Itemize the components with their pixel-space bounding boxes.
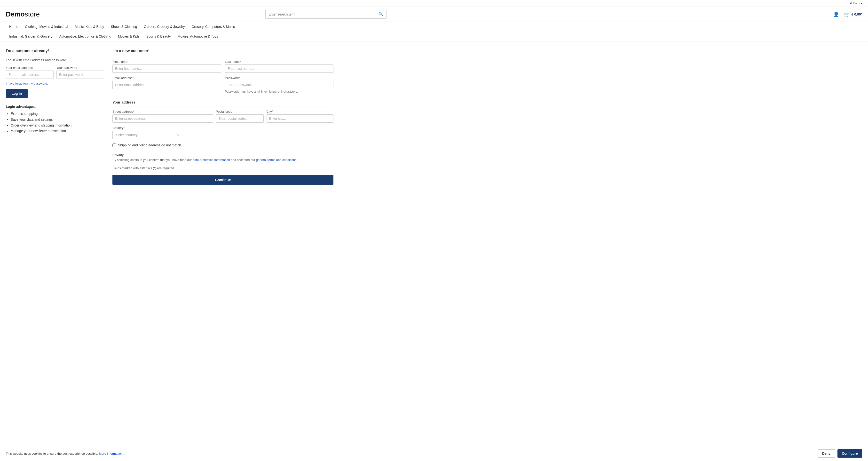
data-protection-link[interactable]: data protection information (193, 158, 230, 162)
logo-light: store (25, 10, 40, 18)
advantage-item: Express shopping (11, 111, 98, 117)
name-row: First name* Last name* (113, 60, 334, 73)
navigation: Home Clothing, Movies & Industrial Music… (0, 22, 868, 41)
reg-email-label: Email address* (113, 76, 221, 80)
postal-label: Postal code (216, 110, 264, 114)
logo-bold: Demo (6, 10, 25, 18)
user-icon[interactable]: 👤 (833, 11, 839, 17)
login-email-label: Your email address (6, 66, 54, 69)
advantage-item: Save your data and settings (11, 117, 98, 123)
advantages-list: Express shopping Save your data and sett… (6, 111, 98, 134)
last-name-label: Last name* (225, 60, 334, 63)
search-input[interactable] (266, 10, 376, 18)
privacy-text-2: and accepted our (230, 158, 256, 162)
currency-label: € Euro (850, 1, 860, 5)
advantages-title: Login advantages: (6, 105, 98, 109)
nav-item-clothing-movies[interactable]: Clothing, Movies & Industrial (22, 22, 71, 32)
top-bar: € Euro ▾ (0, 0, 868, 7)
advantage-item: Order overview and shipping information (11, 123, 98, 128)
street-input[interactable] (113, 114, 213, 123)
login-email-group: Your email address (6, 66, 54, 79)
login-password-group: Your password (57, 66, 104, 79)
nav-item-home[interactable]: Home (6, 22, 22, 32)
terms-conditions-link[interactable]: general terms and conditions. (256, 158, 298, 162)
login-section: I'm a customer already! Log in with emai… (6, 49, 98, 185)
login-title: I'm a customer already! (6, 49, 98, 55)
city-input[interactable] (267, 114, 334, 123)
continue-button[interactable]: Continue (113, 175, 334, 185)
shipping-billing-label: Shipping and billing address do not matc… (118, 143, 182, 147)
country-label: Country* (113, 126, 334, 130)
reg-password-label: Password* (225, 76, 334, 80)
nav-row-1: Home Clothing, Movies & Industrial Music… (6, 22, 862, 32)
logo[interactable]: Demostore (6, 10, 40, 18)
shipping-billing-row: Shipping and billing address do not matc… (113, 143, 334, 147)
nav-item-sports-beauty[interactable]: Sports & Beauty (143, 32, 174, 41)
currency-arrow-icon: ▾ (861, 1, 862, 5)
email-password-row: Email address* Password* Passwords must … (113, 76, 334, 93)
street-label: Street address* (113, 110, 213, 114)
search-bar: 🔍 (265, 10, 386, 19)
header-actions: 👤 🛒 € 0,00* (833, 11, 862, 17)
login-password-label: Your password (57, 66, 104, 69)
reg-password-group: Password* Passwords must have a minimum … (225, 76, 334, 93)
reg-email-group: Email address* (113, 76, 221, 93)
last-name-input[interactable] (225, 64, 334, 73)
login-email-input[interactable] (6, 70, 54, 79)
login-form-row: Your email address Your password (6, 66, 98, 79)
address-row: Street address* Postal code City* (113, 110, 334, 123)
cart-icon: 🛒 (844, 11, 850, 17)
nav-item-garden-grocery[interactable]: Garden, Grocery & Jewelry (141, 22, 188, 32)
city-label: City* (267, 110, 334, 114)
nav-item-movies-automotive[interactable]: Movies, Automotive & Toys (174, 32, 221, 41)
last-name-group: Last name* (225, 60, 334, 73)
nav-item-grocery-computers[interactable]: Grocery, Computers & Music (188, 22, 238, 32)
header: Demostore 🔍 👤 🛒 € 0,00* (0, 7, 868, 22)
privacy-text-1: By selecting continue you confirm that y… (113, 158, 193, 162)
nav-item-music-kids[interactable]: Music, Kids & Baby (71, 22, 107, 32)
cart-value: € 0,00* (851, 12, 862, 16)
postal-group: Postal code (216, 110, 264, 123)
shipping-billing-checkbox[interactable] (113, 144, 116, 147)
privacy-section: Privacy By selecting continue you confir… (113, 153, 334, 162)
privacy-title: Privacy (113, 153, 334, 157)
cart-area[interactable]: 🛒 € 0,00* (844, 11, 862, 17)
country-group: Country* Select country... (113, 126, 334, 140)
first-name-group: First name* (113, 60, 221, 73)
login-button[interactable]: Log in (6, 89, 28, 98)
login-password-input[interactable] (57, 70, 104, 79)
main-content: I'm a customer already! Log in with emai… (0, 41, 339, 192)
advantage-item: Manage your newsletter subscription (11, 128, 98, 134)
register-title: I'm a new customer! (113, 49, 334, 55)
first-name-label: First name* (113, 60, 221, 63)
password-hint: Passwords must have a minimum length of … (225, 90, 334, 93)
required-note: Fields marked with asterisks (*) are req… (113, 166, 334, 170)
currency-selector[interactable]: € Euro ▾ (850, 1, 862, 5)
forgot-password-link[interactable]: I have forgotten my password. (6, 82, 98, 85)
search-button[interactable]: 🔍 (376, 10, 386, 19)
login-subtitle: Log in with email address and password (6, 58, 98, 62)
address-title: Your address (113, 100, 334, 106)
country-select[interactable]: Select country... (113, 131, 180, 140)
reg-password-input[interactable] (225, 81, 334, 89)
postal-input[interactable] (216, 114, 264, 123)
street-group: Street address* (113, 110, 213, 123)
first-name-input[interactable] (113, 64, 221, 73)
nav-item-shoes-clothing[interactable]: Shoes & Clothing (107, 22, 140, 32)
city-group: City* (267, 110, 334, 123)
nav-row-2: Industrial, Garden & Grocery Automotive,… (6, 32, 862, 41)
privacy-text: By selecting continue you confirm that y… (113, 158, 334, 162)
nav-item-movies-kids[interactable]: Movies & Kids (115, 32, 143, 41)
reg-email-input[interactable] (113, 81, 221, 89)
register-section: I'm a new customer! First name* Last nam… (113, 49, 334, 185)
nav-item-automotive-electronics[interactable]: Automotive, Electronics & Clothing (56, 32, 115, 41)
nav-item-industrial-garden[interactable]: Industrial, Garden & Grocery (6, 32, 56, 41)
